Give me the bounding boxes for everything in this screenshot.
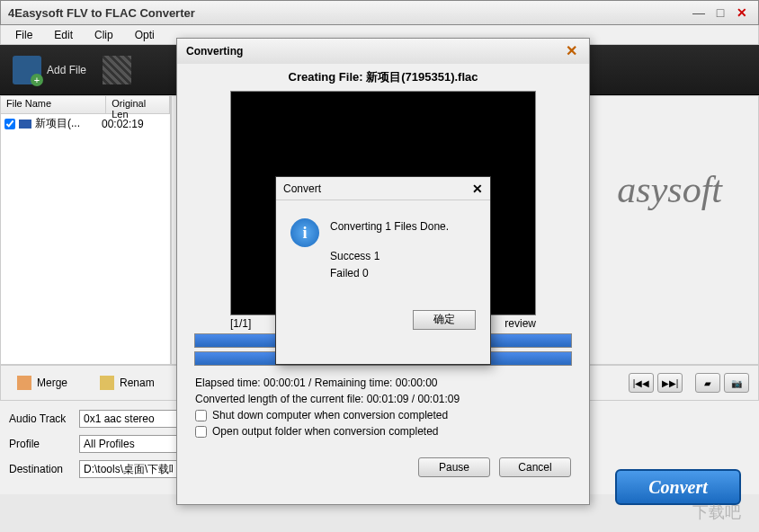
done-message: Converting 1 Files Done. bbox=[330, 218, 449, 235]
add-file-icon bbox=[13, 56, 41, 84]
rename-icon bbox=[100, 376, 114, 390]
merge-label: Merge bbox=[37, 377, 67, 389]
done-dialog-buttons: 确定 bbox=[276, 301, 490, 339]
toolbar-button-2[interactable] bbox=[99, 52, 135, 88]
snapshot-button[interactable]: ▰ bbox=[695, 373, 720, 393]
column-length[interactable]: Original Len bbox=[106, 96, 170, 113]
converting-dialog-title: Converting bbox=[186, 45, 562, 58]
shutdown-checkbox[interactable] bbox=[195, 410, 207, 421]
open-folder-checkbox-row[interactable]: Open output folder when conversion compl… bbox=[195, 425, 571, 438]
menu-file[interactable]: File bbox=[4, 26, 43, 44]
open-folder-checkbox[interactable] bbox=[195, 426, 207, 438]
camera-button[interactable]: 📷 bbox=[724, 373, 749, 393]
converting-close-button[interactable]: ✕ bbox=[562, 42, 580, 60]
add-file-button[interactable]: Add File bbox=[9, 52, 90, 88]
audio-track-label: Audio Track bbox=[9, 412, 72, 425]
profile-label: Profile bbox=[9, 438, 72, 450]
creating-file-text: Creating File: 新项目(7195351).flac bbox=[177, 64, 589, 91]
conversion-info: Elapsed time: 00:00:01 / Remaining time:… bbox=[177, 369, 589, 448]
menu-edit[interactable]: Edit bbox=[43, 26, 84, 44]
converting-dialog-header[interactable]: Converting ✕ bbox=[177, 39, 589, 64]
cancel-button[interactable]: Cancel bbox=[499, 457, 571, 477]
titlebar: 4Easysoft FLV to FLAC Converter — □ ✕ bbox=[0, 0, 759, 25]
open-folder-label: Open output folder when conversion compl… bbox=[212, 425, 439, 438]
done-close-button[interactable]: ✕ bbox=[472, 182, 483, 196]
next-button[interactable]: ▶▶| bbox=[657, 373, 683, 393]
done-dialog: Convert ✕ i Converting 1 Files Done. Suc… bbox=[275, 176, 491, 365]
merge-icon bbox=[17, 376, 31, 390]
preview-label: review bbox=[505, 317, 536, 330]
converting-dialog-buttons: Pause Cancel bbox=[177, 448, 589, 486]
rename-button[interactable]: Renam bbox=[93, 372, 162, 394]
destination-label: Destination bbox=[9, 463, 72, 475]
destination-input[interactable] bbox=[79, 460, 178, 478]
window-title: 4Easysoft FLV to FLAC Converter bbox=[8, 6, 690, 20]
pause-button[interactable]: Pause bbox=[418, 457, 490, 477]
menu-option[interactable]: Opti bbox=[124, 26, 165, 44]
file-list-header: File Name Original Len bbox=[1, 96, 170, 114]
done-dialog-header[interactable]: Convert ✕ bbox=[276, 177, 490, 200]
audio-track-select[interactable] bbox=[79, 410, 178, 428]
ok-button[interactable]: 确定 bbox=[413, 310, 476, 330]
shutdown-checkbox-row[interactable]: Shut down computer when conversion compl… bbox=[195, 409, 571, 421]
prev-button[interactable]: |◀◀ bbox=[629, 373, 654, 393]
elapsed-time-text: Elapsed time: 00:00:01 / Remaining time:… bbox=[195, 377, 571, 389]
add-file-label: Add File bbox=[47, 64, 86, 76]
profile-select[interactable] bbox=[79, 435, 178, 453]
file-row[interactable]: 新项目(... 00:02:19 bbox=[1, 114, 170, 133]
done-dialog-body: i Converting 1 Files Done. Success 1 Fai… bbox=[276, 200, 490, 301]
shutdown-label: Shut down computer when conversion compl… bbox=[212, 409, 448, 421]
menu-clip[interactable]: Clip bbox=[84, 26, 124, 44]
merge-button[interactable]: Merge bbox=[10, 372, 75, 394]
footer-watermark: 下载吧 bbox=[692, 501, 741, 523]
column-filename[interactable]: File Name bbox=[1, 96, 106, 113]
success-count: Success 1 bbox=[330, 248, 449, 265]
file-checkbox[interactable] bbox=[4, 119, 15, 129]
brand-watermark: asysoft bbox=[617, 168, 722, 211]
rename-label: Renam bbox=[120, 377, 155, 389]
done-dialog-title: Convert bbox=[283, 182, 472, 195]
close-button[interactable]: ✕ bbox=[733, 5, 751, 20]
failed-count: Failed 0 bbox=[330, 265, 449, 282]
info-icon: i bbox=[290, 218, 319, 247]
video-icon bbox=[19, 120, 31, 129]
convert-button[interactable]: Convert bbox=[615, 469, 741, 505]
done-text: Converting 1 Files Done. Success 1 Faile… bbox=[330, 218, 449, 283]
window-controls: — □ ✕ bbox=[690, 5, 751, 20]
file-length: 00:02:19 bbox=[102, 118, 144, 130]
file-name: 新项目(... bbox=[35, 116, 98, 131]
progress-counter: [1/1] bbox=[230, 317, 251, 330]
minimize-button[interactable]: — bbox=[690, 5, 708, 20]
film-icon bbox=[103, 56, 131, 84]
playback-controls: |◀◀ ▶▶| ▰ 📷 bbox=[629, 373, 749, 393]
converted-length-text: Converted length of the current file: 00… bbox=[195, 393, 571, 405]
maximize-button[interactable]: □ bbox=[711, 5, 729, 20]
file-list: File Name Original Len 新项目(... 00:02:19 bbox=[0, 95, 171, 365]
